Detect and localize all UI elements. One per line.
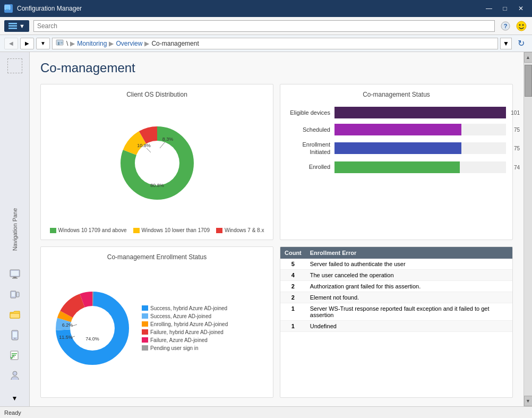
sidebar-icon-device[interactable] [5, 327, 24, 344]
close-button[interactable]: ✕ [514, 3, 528, 14]
sidebar-icon-monitor[interactable] [5, 266, 24, 283]
legend-failure-azure: Failure, Azure AD-joined [142, 337, 228, 343]
error-count: 1 [280, 321, 306, 332]
legend-label-failure-azure: Failure, Azure AD-joined [150, 337, 208, 343]
error-table-row: 2Authorization grant failed for this ass… [280, 281, 512, 292]
svg-point-28 [13, 371, 17, 376]
panel-enrollment-errors: Count Enrollment Error 5Server failed to… [280, 246, 513, 398]
legend-color-orange [142, 321, 148, 327]
svg-rect-4 [8, 28, 17, 29]
breadcrumb-overview[interactable]: Overview [116, 40, 142, 47]
client-os-legend: Windows 10 1709 and above Windows 10 low… [47, 227, 267, 233]
scroll-down-button[interactable]: ▼ [524, 396, 533, 406]
svg-point-7 [517, 21, 526, 31]
error-count: 5 [280, 259, 306, 270]
search-input[interactable] [33, 20, 495, 32]
title-bar: Configuration Manager — □ ✕ [0, 0, 532, 17]
svg-point-23 [14, 338, 15, 339]
panel-enrollment-status: Co-management Enrollment Status [40, 246, 273, 398]
legend-label-success-azure: Success, Azure AD-joined [150, 313, 211, 319]
svg-rect-25 [12, 353, 17, 354]
svg-rect-11 [58, 42, 59, 45]
menu-icon-group: ? [499, 20, 528, 32]
legend-label-win10-above: Windows 10 1709 and above [58, 227, 127, 233]
content-area: Co-management Client OS Distribution [30, 52, 524, 406]
home-icon [56, 39, 64, 48]
donut-client-os-chart: 8.3% 10.8% 80.8% [115, 121, 200, 206]
error-message: Authorization grant failed for this asse… [306, 281, 512, 292]
sidebar-icon-computer[interactable] [5, 286, 24, 303]
svg-rect-12 [61, 42, 63, 44]
svg-rect-14 [13, 277, 16, 278]
donut-enrollment-chart: 74.0% 11.5% 6.2% [47, 283, 138, 373]
breadcrumb: \ ▶ Monitoring ▶ Overview ▶ Co-managemen… [52, 38, 498, 49]
legend-enrolling-hybrid: Enrolling, hybrid Azure AD-joined [142, 321, 228, 327]
sidebar-bottom-arrow[interactable]: ▼ [12, 395, 18, 402]
bar-row-enrollment-initiated: EnrollmentInitiated 75 [287, 141, 506, 156]
right-scrollbar: ▲ ▼ [524, 52, 532, 406]
error-table-row: 5Server failed to authenticate the user [280, 259, 512, 270]
bar-value-enrollment: 75 [514, 146, 520, 151]
bar-track-eligible: 101 [334, 107, 506, 118]
help-button[interactable]: ? [499, 20, 512, 32]
panel-comanagement-status: Co-management Status Eligible devices 10… [280, 84, 513, 240]
error-table: Count Enrollment Error 5Server failed to… [280, 247, 512, 332]
breadcrumb-current: Co-management [151, 40, 199, 47]
error-count: 2 [280, 292, 306, 303]
donut-client-os-container: 8.3% 10.8% 80.8% [47, 103, 267, 223]
breadcrumb-monitoring[interactable]: Monitoring [77, 40, 107, 47]
error-count: 4 [280, 270, 306, 281]
main-layout: Navigation Pane ▼ Co-manage [0, 52, 532, 406]
svg-rect-15 [12, 278, 18, 279]
legend-color-yellow [133, 228, 140, 233]
svg-point-8 [519, 24, 521, 25]
legend-success-hybrid: Success, hybrid Azure AD-joined [142, 305, 228, 311]
error-message: The user canceled the operation [306, 270, 512, 281]
svg-text:8.3%: 8.3% [162, 137, 173, 142]
bar-label-enrolled: Enrolled [287, 163, 334, 170]
scroll-up-button[interactable]: ▲ [524, 52, 533, 63]
back-button[interactable]: ◀ [4, 38, 18, 49]
svg-point-44 [70, 306, 115, 351]
bar-row-enrolled: Enrolled 74 [287, 161, 506, 173]
left-sidebar: Navigation Pane ▼ [0, 52, 30, 406]
maximize-button[interactable]: □ [498, 3, 512, 14]
legend-color-lightblue [142, 313, 148, 319]
status-text: Ready [4, 410, 21, 416]
panel-status-title: Co-management Status [287, 91, 506, 98]
error-message: Undefined [306, 321, 512, 332]
user-menu-button[interactable] [515, 20, 528, 32]
menu-bar: ▼ ? [0, 17, 532, 35]
nav-bar: ◀ ▶ ▼ \ ▶ Monitoring ▶ Overview ▶ Co-man… [0, 35, 532, 52]
svg-rect-1 [6, 9, 9, 10]
svg-text:11.5%: 11.5% [59, 335, 73, 340]
app-menu-button[interactable]: ▼ [4, 20, 29, 32]
legend-win10-above: Windows 10 1709 and above [50, 227, 127, 233]
bar-track-scheduled: 75 [334, 124, 506, 135]
col-count-header: Count [280, 247, 306, 259]
svg-text:?: ? [504, 23, 508, 29]
enrollment-content: 74.0% 11.5% 6.2% Success, hybrid Azure A… [47, 265, 267, 391]
svg-text:6.2%: 6.2% [62, 322, 73, 328]
legend-label-pending-signin: Pending user sign in [150, 345, 199, 351]
error-table-row: 1Undefined [280, 321, 512, 332]
sidebar-icon-folder[interactable] [5, 306, 24, 323]
minimize-button[interactable]: — [482, 3, 496, 14]
bar-label-scheduled: Scheduled [287, 126, 334, 133]
panel-client-os-title: Client OS Distribution [47, 91, 267, 98]
scroll-thumb[interactable] [525, 65, 532, 97]
sidebar-icon-user[interactable] [5, 367, 24, 384]
svg-text:74.0%: 74.0% [85, 336, 99, 342]
svg-rect-20 [10, 313, 20, 318]
bar-track-enrolled: 74 [334, 161, 506, 173]
forward-button[interactable]: ▶ [20, 38, 34, 49]
bar-row-scheduled: Scheduled 75 [287, 124, 506, 135]
nav-dropdown-button[interactable]: ▼ [36, 38, 50, 49]
breadcrumb-sep-1: \ [66, 40, 68, 47]
breadcrumb-dropdown[interactable]: ▼ [500, 38, 512, 49]
refresh-button[interactable]: ↻ [514, 37, 528, 50]
content-inner: Co-management Client OS Distribution [30, 52, 524, 406]
legend-failure-hybrid: Failure, hybrid Azure AD-joined [142, 329, 228, 335]
sidebar-icon-tasks[interactable] [5, 347, 24, 364]
legend-color-darkred [142, 329, 148, 335]
